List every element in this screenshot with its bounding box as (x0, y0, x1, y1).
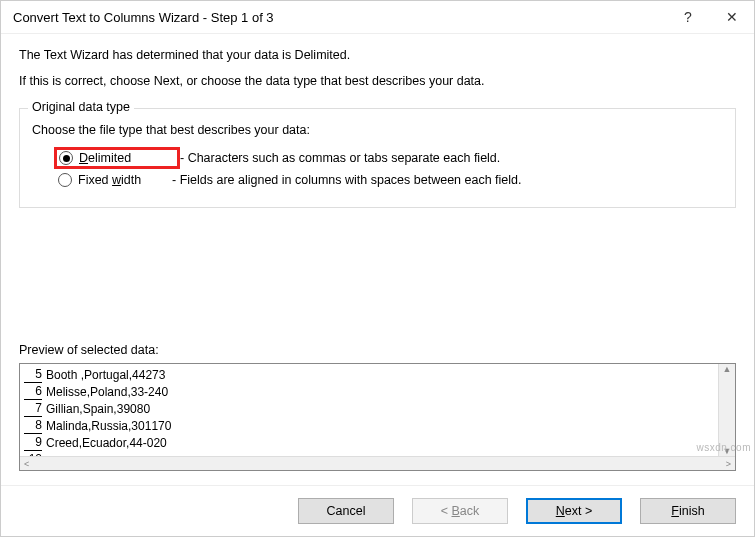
scroll-right-icon[interactable]: > (726, 459, 731, 469)
finish-button[interactable]: Finish (640, 498, 736, 524)
preview-line: 7Gillian,Spain,39080 (24, 400, 735, 417)
info-line-1: The Text Wizard has determined that your… (19, 48, 736, 62)
fieldset-legend: Original data type (28, 100, 134, 114)
back-button: < Back (412, 498, 508, 524)
scroll-up-icon[interactable]: ▲ (723, 364, 732, 374)
radio-delimited-label[interactable]: Delimited (79, 151, 157, 165)
preview-box: 5Booth ,Portugal,44273 6Melisse,Poland,3… (19, 363, 736, 471)
scroll-left-icon[interactable]: < (24, 459, 29, 469)
titlebar: Convert Text to Columns Wizard - Step 1 … (1, 1, 754, 34)
highlight-delimited: Delimited (54, 147, 180, 169)
preview-lines: 5Booth ,Portugal,44273 6Melisse,Poland,3… (20, 364, 735, 468)
radio-delimited[interactable] (59, 151, 73, 165)
fixed-desc: - Fields are aligned in columns with spa… (172, 173, 522, 187)
preview-label: Preview of selected data: (19, 343, 736, 357)
preview-line: 9Creed,Ecuador,44-020 (24, 434, 735, 451)
radio-row-fixed: Fixed width - Fields are aligned in colu… (58, 173, 723, 187)
cancel-button[interactable]: Cancel (298, 498, 394, 524)
next-button[interactable]: Next > (526, 498, 622, 524)
info-line-2: If this is correct, choose Next, or choo… (19, 74, 736, 88)
wizard-dialog: Convert Text to Columns Wizard - Step 1 … (0, 0, 755, 537)
preview-line: 8Malinda,Russia,301170 (24, 417, 735, 434)
radio-row-delimited: Delimited - Characters such as commas or… (54, 147, 723, 169)
radio-fixed-width[interactable] (58, 173, 72, 187)
watermark: wsxdn.com (696, 442, 751, 453)
radio-fixed-label[interactable]: Fixed width (78, 173, 156, 187)
help-button[interactable]: ? (678, 9, 698, 25)
preview-line: 6Melisse,Poland,33-240 (24, 383, 735, 400)
scrollbar-horizontal[interactable]: < > (20, 456, 735, 470)
button-row: Cancel < Back Next > Finish (1, 485, 754, 536)
titlebar-buttons: ? ✕ (678, 9, 742, 25)
window-title: Convert Text to Columns Wizard - Step 1 … (13, 10, 678, 25)
content-area: The Text Wizard has determined that your… (1, 34, 754, 485)
delimited-desc: - Characters such as commas or tabs sepa… (180, 151, 500, 165)
choose-label: Choose the file type that best describes… (32, 123, 723, 137)
preview-line: 5Booth ,Portugal,44273 (24, 366, 735, 383)
original-data-type-group: Original data type Choose the file type … (19, 108, 736, 208)
preview-section: Preview of selected data: 5Booth ,Portug… (19, 343, 736, 471)
close-button[interactable]: ✕ (722, 9, 742, 25)
